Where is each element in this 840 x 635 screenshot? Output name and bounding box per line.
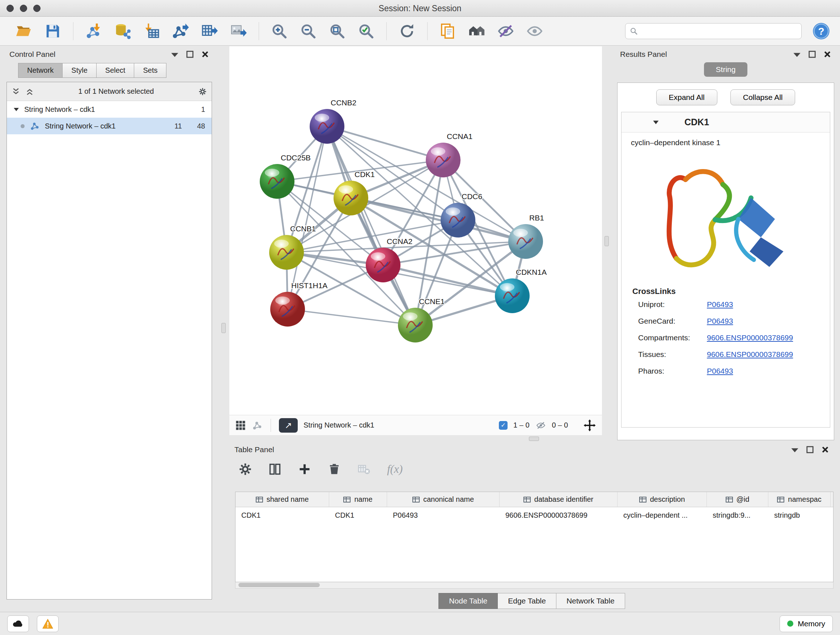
eye-icon[interactable] bbox=[524, 21, 545, 42]
panel-menu-icon[interactable] bbox=[793, 50, 801, 58]
column-header-name[interactable]: name bbox=[329, 492, 387, 507]
search-input[interactable] bbox=[641, 24, 797, 39]
network-view-toolbar: ↗ String Network – cdk1 ✓ 1 – 0 0 – 0 bbox=[229, 415, 602, 435]
refresh-icon[interactable] bbox=[396, 21, 417, 42]
tab-sets[interactable]: Sets bbox=[134, 63, 166, 78]
zoom-fit-icon[interactable] bbox=[327, 21, 347, 42]
network-edge[interactable] bbox=[327, 126, 415, 325]
caret-down-icon[interactable] bbox=[653, 120, 659, 125]
tab-edge-table[interactable]: Edge Table bbox=[498, 593, 556, 609]
network-canvas[interactable]: CCNB2CCNA1CDC25BCDK1CDC6RB1CCNB1CCNA2CDK… bbox=[229, 46, 602, 415]
node-label: CDC6 bbox=[462, 192, 482, 201]
crosshair-move-icon[interactable] bbox=[583, 419, 596, 432]
table-cell: stringdb:9... bbox=[707, 511, 768, 519]
tab-network-table[interactable]: Network Table bbox=[556, 593, 625, 609]
gear-icon[interactable] bbox=[239, 462, 253, 477]
import-network-icon[interactable] bbox=[83, 21, 104, 42]
hidden-eye-slash-icon[interactable] bbox=[535, 421, 546, 430]
expand-all-icon[interactable] bbox=[26, 88, 34, 96]
expand-all-button[interactable]: Expand All bbox=[656, 89, 717, 105]
column-header-database-identifier[interactable]: database identifier bbox=[500, 492, 617, 507]
crosslink-link[interactable]: 9606.ENSP00000378699 bbox=[707, 333, 793, 342]
zoom-window-button[interactable] bbox=[33, 5, 41, 12]
close-window-button[interactable] bbox=[6, 5, 14, 12]
zoom-out-icon[interactable] bbox=[298, 21, 319, 42]
network-collection-row[interactable]: String Network – cdk1 1 bbox=[7, 101, 212, 118]
close-panel-icon[interactable] bbox=[201, 50, 209, 58]
panel-menu-icon[interactable] bbox=[171, 50, 179, 58]
panel-menu-icon[interactable] bbox=[791, 446, 799, 454]
cloud-icon[interactable] bbox=[7, 616, 29, 632]
table-cell: cyclin–dependent ... bbox=[617, 511, 707, 519]
table-row[interactable]: CDK1CDK1P064939606.ENSP00000378699cyclin… bbox=[235, 507, 833, 523]
horizontal-scrollbar[interactable] bbox=[235, 582, 834, 589]
caret-down-icon[interactable] bbox=[13, 107, 19, 111]
birds-eye-grid-icon[interactable] bbox=[235, 420, 246, 431]
table-cell: CDK1 bbox=[329, 511, 387, 519]
network-row[interactable]: String Network – cdk1 11 48 bbox=[7, 118, 212, 134]
delete-column-icon[interactable] bbox=[328, 462, 342, 477]
node-table: shared namenamecanonical namedatabase id… bbox=[235, 492, 834, 582]
node-gloss-highlight bbox=[265, 169, 279, 177]
column-header-shared-name[interactable]: shared name bbox=[235, 492, 329, 507]
houses-icon[interactable] bbox=[466, 21, 487, 42]
node-gloss-highlight bbox=[274, 240, 289, 248]
gear-icon[interactable] bbox=[199, 88, 207, 96]
warning-icon[interactable] bbox=[37, 616, 58, 632]
close-panel-icon[interactable] bbox=[823, 50, 831, 58]
collapse-all-button[interactable]: Collapse All bbox=[730, 89, 796, 105]
float-panel-icon[interactable] bbox=[808, 50, 816, 58]
delete-table-icon[interactable] bbox=[357, 462, 372, 477]
column-header--id[interactable]: @id bbox=[707, 492, 768, 507]
tab-string[interactable]: String bbox=[704, 62, 747, 77]
toolbar-separator bbox=[386, 22, 387, 40]
column-header-canonical-name[interactable]: canonical name bbox=[387, 492, 500, 507]
zoom-in-icon[interactable] bbox=[269, 21, 290, 42]
float-panel-icon[interactable] bbox=[186, 50, 194, 58]
column-header-namespac[interactable]: namespac bbox=[768, 492, 831, 507]
table-cell: P06493 bbox=[387, 511, 500, 519]
crosslink-link[interactable]: P06493 bbox=[707, 367, 733, 375]
table-body: CDK1CDK1P064939606.ENSP00000378699cyclin… bbox=[235, 507, 833, 523]
add-column-icon[interactable] bbox=[298, 462, 313, 477]
network-edge[interactable] bbox=[286, 126, 327, 252]
help-icon[interactable]: ? bbox=[812, 22, 831, 41]
export-table-icon[interactable] bbox=[199, 21, 220, 42]
collapse-all-icon[interactable] bbox=[12, 88, 20, 96]
tab-network[interactable]: Network bbox=[18, 63, 63, 78]
float-panel-icon[interactable] bbox=[806, 446, 814, 454]
import-table-icon[interactable] bbox=[141, 21, 162, 42]
vertical-splitter-handle[interactable] bbox=[605, 236, 609, 246]
export-network-icon[interactable] bbox=[170, 21, 191, 42]
zoom-selected-icon[interactable] bbox=[355, 21, 377, 42]
close-panel-icon[interactable] bbox=[821, 446, 829, 454]
horizontal-splitter-handle[interactable] bbox=[529, 437, 539, 441]
import-database-icon[interactable] bbox=[112, 21, 133, 42]
eye-slash-icon[interactable] bbox=[495, 21, 516, 42]
tab-select[interactable]: Select bbox=[96, 63, 134, 78]
column-header-description[interactable]: description bbox=[617, 492, 707, 507]
open-folder-icon[interactable] bbox=[13, 21, 34, 42]
crosslink-link[interactable]: P06493 bbox=[707, 317, 733, 325]
tab-node-table[interactable]: Node Table bbox=[439, 593, 498, 609]
network-edge[interactable] bbox=[287, 309, 415, 325]
selected-checkbox-icon[interactable]: ✓ bbox=[499, 421, 508, 430]
columns-icon[interactable] bbox=[268, 462, 283, 477]
export-image-icon[interactable] bbox=[228, 21, 249, 42]
network-share-gray-icon[interactable] bbox=[252, 420, 263, 431]
vertical-splitter-handle[interactable] bbox=[221, 323, 226, 333]
memory-status-icon bbox=[787, 621, 793, 627]
function-builder-icon[interactable]: f(x) bbox=[387, 463, 403, 476]
crosslink-link[interactable]: 9606.ENSP00000378699 bbox=[707, 350, 793, 359]
table-panel-title: Table Panel bbox=[234, 445, 274, 454]
save-icon[interactable] bbox=[42, 21, 63, 42]
open-in-new-window-icon[interactable]: ↗ bbox=[279, 418, 298, 432]
scrollbar-thumb[interactable] bbox=[238, 583, 320, 587]
memory-button[interactable]: Memory bbox=[780, 616, 833, 632]
crosslink-link[interactable]: P06493 bbox=[707, 300, 733, 309]
duplicate-document-icon[interactable] bbox=[437, 21, 458, 42]
table-cell: stringdb bbox=[768, 511, 831, 519]
tab-style[interactable]: Style bbox=[63, 63, 96, 78]
minimize-window-button[interactable] bbox=[20, 5, 27, 12]
network-edge[interactable] bbox=[327, 126, 443, 160]
